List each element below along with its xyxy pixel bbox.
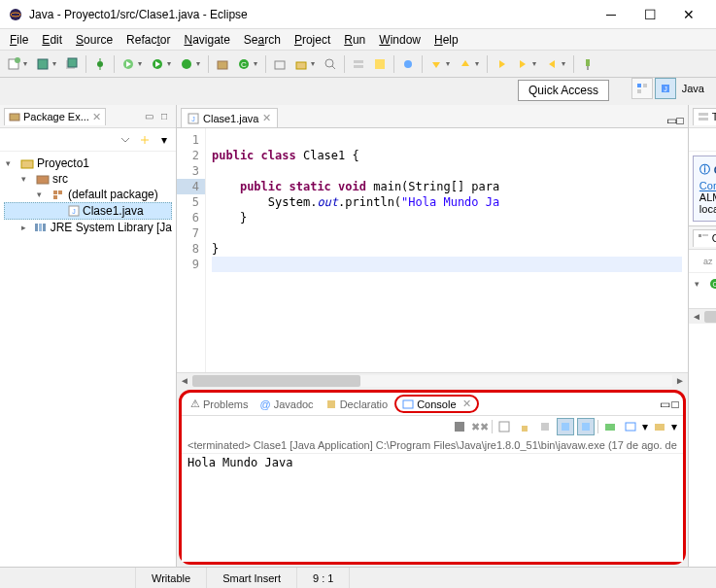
editor-minimize-button[interactable]: ▭ (666, 114, 677, 127)
scroll-right-button[interactable]: ► (672, 375, 688, 386)
declaration-tab[interactable]: Declaratio (321, 397, 393, 412)
menu-search[interactable]: Search (238, 31, 287, 49)
next-annotation-button[interactable] (426, 54, 446, 74)
show-output-button[interactable] (577, 418, 595, 435)
menu-edit[interactable]: Edit (36, 31, 68, 49)
close-tab-icon[interactable]: ✕ (92, 111, 101, 123)
connect-link[interactable]: Connect (699, 180, 716, 191)
line-number: 6 (179, 210, 199, 225)
save-dropdown[interactable]: ▾ (52, 59, 60, 68)
collapse-all-button[interactable] (118, 132, 133, 148)
menu-help[interactable]: Help (428, 31, 464, 49)
problems-tab[interactable]: ⚠Problems (186, 396, 253, 412)
scroll-lock-button[interactable] (516, 418, 533, 435)
new-button[interactable] (4, 54, 23, 74)
menu-navigate[interactable]: Navigate (178, 31, 235, 49)
forward-dropdown[interactable]: ▾ (562, 59, 569, 68)
view-minimize-button[interactable]: ▭ (660, 398, 670, 411)
maximize-button[interactable]: ☐ (631, 1, 669, 28)
project-node[interactable]: ▾Proyecto1 (4, 156, 172, 171)
debug-dropdown[interactable]: ▾ (138, 59, 146, 68)
remove-launch-button[interactable]: ✖✖ (471, 418, 489, 435)
prev-dropdown[interactable]: ▾ (475, 59, 483, 68)
open-task-button[interactable] (291, 54, 311, 74)
skip-breakpoints-button[interactable] (398, 54, 418, 74)
package-explorer-tree[interactable]: ▾Proyecto1 ▾src ▾(default package) JClas… (0, 152, 176, 567)
show-console-button[interactable] (557, 418, 574, 435)
scroll-left-button[interactable]: ◄ (689, 311, 704, 322)
scroll-left-button[interactable]: ◄ (177, 375, 192, 386)
main-toolbar: ▾ ▾ ▾ ▾ ▾ C▾ ▾ ▾ ▾ ▾ ▾ (0, 51, 716, 78)
next-dropdown[interactable]: ▾ (446, 59, 454, 68)
minimize-view-button[interactable]: ▭ (141, 109, 156, 124)
forward-button[interactable] (542, 54, 562, 74)
pin-console-button[interactable] (536, 418, 554, 435)
new-console-button[interactable] (651, 418, 668, 435)
javadoc-tab[interactable]: @Javadoc (255, 397, 318, 412)
back-button[interactable] (513, 54, 532, 74)
debug-button[interactable] (119, 54, 138, 74)
src-node[interactable]: ▾src (4, 171, 172, 187)
last-edit-button[interactable] (492, 54, 511, 74)
clear-console-button[interactable] (495, 418, 513, 435)
outline-class-node[interactable]: ▾CClase1 (693, 277, 716, 291)
toggle-breadcrumb-button[interactable] (349, 54, 368, 74)
outline-tab[interactable]: Outline ✕ (693, 229, 716, 247)
back-dropdown[interactable]: ▾ (532, 59, 540, 68)
menu-refactor[interactable]: Refactor (120, 31, 176, 49)
minimize-button[interactable]: ─ (592, 1, 631, 28)
package-explorer-tab[interactable]: Package Ex... ✕ (4, 108, 106, 125)
maximize-view-button[interactable]: □ (156, 109, 172, 124)
search-button[interactable] (321, 54, 340, 74)
new-class-button[interactable]: C (234, 54, 254, 74)
debug-tool-button[interactable] (90, 54, 110, 74)
java-perspective-button[interactable]: J (655, 78, 676, 99)
close-tab-icon[interactable]: ✕ (262, 112, 271, 124)
jre-node[interactable]: ▸JRE System Library [Ja (4, 220, 172, 235)
quick-access[interactable]: Quick Access (518, 80, 609, 101)
console-output[interactable]: Hola Mundo Java (182, 454, 683, 562)
outline-hscroll[interactable]: ◄ ► (689, 308, 716, 324)
run-dropdown[interactable]: ▾ (167, 59, 175, 68)
editor-hscroll[interactable]: ◄ ► (177, 372, 688, 388)
open-console-button[interactable] (601, 418, 619, 435)
link-editor-button[interactable] (137, 132, 153, 148)
file-node[interactable]: JClase1.java (4, 202, 172, 220)
terminate-button[interactable] (451, 418, 468, 435)
new-dropdown[interactable]: ▾ (23, 59, 31, 68)
outline-method-node[interactable]: Smain(String[]) : vo (693, 291, 716, 304)
coverage-dropdown[interactable]: ▾ (196, 59, 204, 68)
new-class-dropdown[interactable]: ▾ (254, 59, 261, 68)
run-button[interactable] (148, 54, 167, 74)
console-tab[interactable]: Console✕ (394, 395, 478, 413)
editor-tab[interactable]: J Clase1.java ✕ (181, 108, 278, 127)
prev-annotation-button[interactable] (456, 54, 475, 74)
menu-project[interactable]: Project (289, 31, 336, 49)
display-console-button[interactable] (622, 418, 639, 435)
code-editor[interactable]: 1 2 3 4 5 6 7 8 9 public class Clase1 { … (177, 128, 688, 372)
package-node[interactable]: ▾(default package) (4, 187, 172, 202)
open-type-button[interactable] (270, 54, 290, 74)
coverage-button[interactable] (177, 54, 196, 74)
pin-editor-button[interactable] (578, 54, 597, 74)
save-button[interactable] (33, 54, 52, 74)
toggle-mark-button[interactable] (370, 54, 390, 74)
menu-run[interactable]: Run (338, 31, 371, 49)
view-menu-button[interactable]: ▾ (156, 132, 172, 148)
tasklist-tab[interactable]: Task List ✕ (693, 108, 716, 125)
open-perspective-button[interactable] (631, 78, 653, 99)
menu-window[interactable]: Window (373, 31, 426, 49)
close-button[interactable]: ✕ (669, 1, 708, 28)
view-maximize-button[interactable]: □ (672, 398, 679, 411)
open-task-dropdown[interactable]: ▾ (311, 59, 319, 68)
close-tab-icon[interactable]: ✕ (462, 398, 471, 410)
code-area[interactable]: public class Clase1 { public static void… (206, 128, 688, 372)
new-console-dropdown[interactable]: ▾ (671, 420, 677, 433)
sort-button[interactable]: az (699, 254, 715, 269)
menu-source[interactable]: Source (70, 31, 119, 49)
new-package-button[interactable] (213, 54, 232, 74)
editor-maximize-button[interactable]: □ (677, 114, 684, 127)
save-all-button[interactable] (62, 54, 82, 74)
menu-file[interactable]: File (4, 31, 34, 49)
display-dropdown[interactable]: ▾ (642, 420, 648, 433)
